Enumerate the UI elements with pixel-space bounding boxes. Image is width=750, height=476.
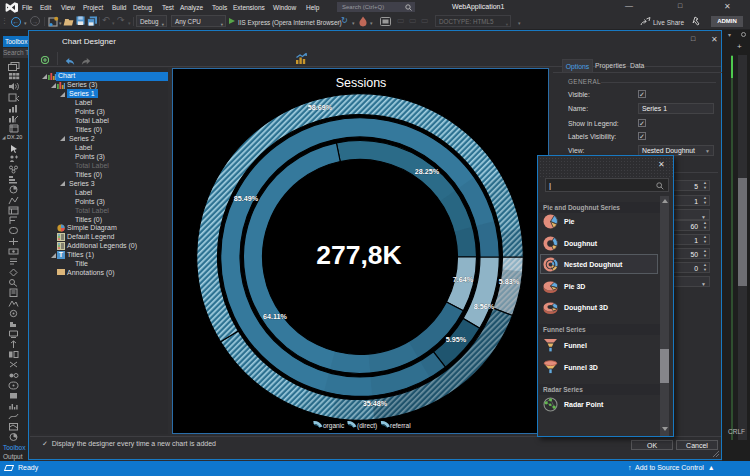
svg-text:28.25%: 28.25%	[415, 167, 440, 176]
svg-text:8.56%: 8.56%	[474, 302, 495, 311]
svg-text:64.11%: 64.11%	[263, 312, 288, 321]
svg-text:referral: referral	[390, 422, 411, 429]
svg-text:5.83%: 5.83%	[499, 277, 520, 286]
svg-text:5.95%: 5.95%	[446, 335, 467, 344]
svg-text:7.64%: 7.64%	[453, 275, 474, 284]
svg-text:Sessions: Sessions	[336, 76, 387, 90]
svg-text:(direct): (direct)	[357, 422, 377, 430]
svg-text:58.69%: 58.69%	[308, 103, 333, 112]
svg-text:35.48%: 35.48%	[363, 399, 388, 408]
svg-text:organic: organic	[323, 422, 345, 430]
svg-text:85.49%: 85.49%	[234, 194, 259, 203]
svg-text:277,8K: 277,8K	[316, 240, 401, 270]
